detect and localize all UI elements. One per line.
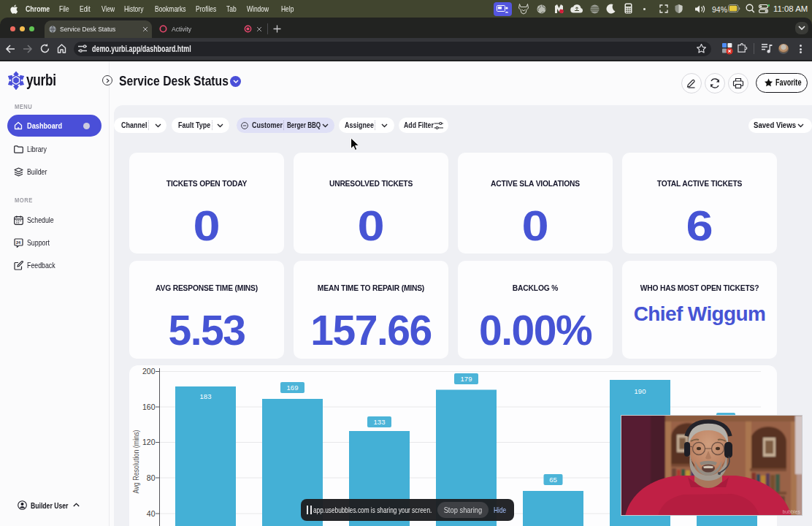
- svg-text:Avg Resolution (mins): Avg Resolution (mins): [131, 430, 140, 493]
- svg-text:133: 133: [374, 418, 386, 426]
- svg-text:200: 200: [142, 367, 156, 376]
- svg-text:160: 160: [142, 403, 156, 411]
- svg-text:65: 65: [549, 476, 557, 484]
- svg-text:80: 80: [147, 473, 156, 482]
- svg-text:183: 183: [200, 392, 212, 400]
- svg-text:bubbles: bubbles: [782, 509, 800, 514]
- svg-text:179: 179: [461, 375, 472, 383]
- svg-text:169: 169: [287, 384, 299, 392]
- svg-text:24: 24: [16, 240, 21, 245]
- svg-text:120: 120: [142, 438, 156, 446]
- svg-text:190: 190: [635, 387, 646, 395]
- svg-text:40: 40: [147, 509, 156, 518]
